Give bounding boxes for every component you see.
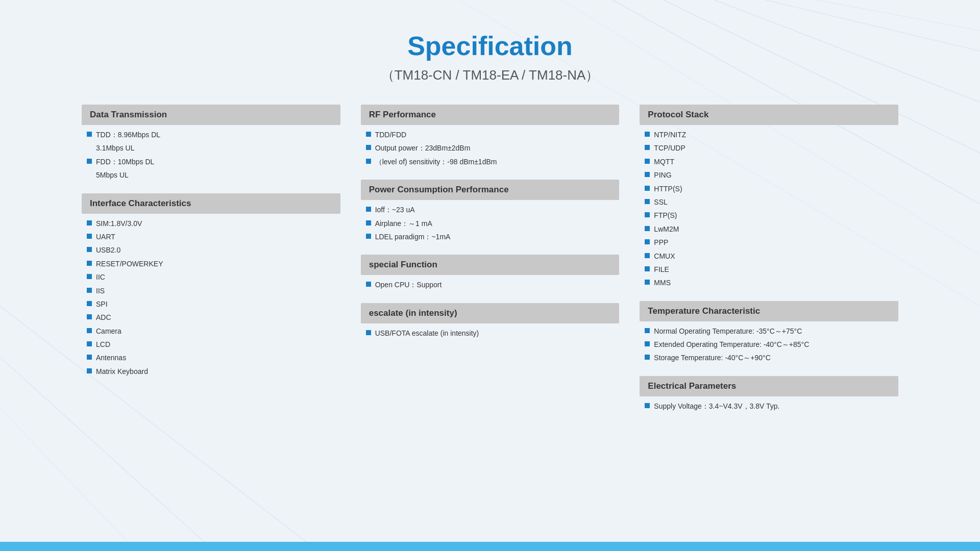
bullet-icon [645,226,650,231]
bullet-icon [87,247,92,252]
bullet-icon [366,132,371,137]
page-content: Specification （TM18-CN / TM18-EA / TM18-… [0,0,980,412]
page-header: Specification （TM18-CN / TM18-EA / TM18-… [82,31,898,84]
list-item: （level of) sensitivity：-98 dBm±1dBm [366,156,620,167]
item-text: ADC [96,312,340,323]
list-item: LwM2M [645,223,898,235]
bullet-icon [366,282,371,287]
item-text: HTTP(S) [654,183,898,194]
item-text: USB/FOTA escalate (in intensity) [375,328,620,339]
section-header-interface-characteristics: Interface Characteristics [82,193,340,214]
list-item: IIS [87,285,340,296]
section-body-special-function: Open CPU：Support [361,275,620,290]
bullet-icon [645,145,650,150]
item-text: IIS [96,285,340,296]
item-text: Extended Operating Temperature: -40°C～+8… [654,339,898,350]
list-item: ADC [87,312,340,323]
item-text: Antennas [96,352,340,363]
item-text: UART [96,231,340,242]
item-text: MQTT [654,156,898,167]
section-protocol-stack: Protocol StackNTP/NITZTCP/UDPMQTTPINGHTT… [640,105,898,289]
section-body-temperature: Normal Operating Temperature: -35°C～+75°… [640,321,898,364]
section-header-power-consumption: Power Consumption Performance [361,180,620,200]
bullet-icon [87,288,92,293]
item-text: Normal Operating Temperature: -35°C～+75°… [654,325,898,337]
column-0: Data TransmissionTDD：8.96Mbps DL3.1Mbps … [82,105,340,412]
section-temperature: Temperature CharacteristicNormal Operati… [640,301,898,364]
bullet-icon [645,266,650,271]
list-item: MMS [645,277,898,288]
section-interface-characteristics: Interface CharacteristicsSIM:1.8V/3.0VUA… [82,193,340,378]
list-item: Camera [87,325,340,337]
item-text: FTP(S) [654,210,898,221]
bullet-icon [645,253,650,258]
item-text: TDD：8.96Mbps DL [96,129,340,140]
bullet-icon [366,330,371,335]
list-item: USB2.0 [87,244,340,256]
item-subtext: 3.1Mbps UL [87,142,340,154]
section-body-power-consumption: Ioff：~23 uAAirplane：～1 mALDEL paradigm：~… [361,200,620,242]
section-header-data-transmission: Data Transmission [82,105,340,125]
item-text: NTP/NITZ [654,129,898,140]
section-header-special-function: special Function [361,255,620,275]
item-text: （level of) sensitivity：-98 dBm±1dBm [375,156,620,167]
bullet-icon [87,220,92,226]
item-subtext: 5Mbps UL [87,169,340,181]
item-text: FDD：10Mbps DL [96,156,340,167]
section-body-escalate: USB/FOTA escalate (in intensity) [361,323,620,339]
list-item: FDD：10Mbps DL [87,156,340,167]
bullet-icon [87,234,92,239]
bullet-icon [87,159,92,164]
section-body-interface-characteristics: SIM:1.8V/3.0VUARTUSB2.0RESET/POWERKEYIIC… [82,214,340,378]
bullet-icon [645,199,650,204]
item-text: CMUX [654,251,898,262]
section-body-electrical: Supply Voltage：3.4~V4.3V，3.8V Typ. [640,396,898,412]
list-item: FILE [645,264,898,275]
bullet-icon [645,172,650,177]
bullet-icon [87,314,92,319]
bullet-icon [87,132,92,137]
item-text: MMS [654,277,898,288]
list-item: Normal Operating Temperature: -35°C～+75°… [645,325,898,337]
list-item: Extended Operating Temperature: -40°C～+8… [645,339,898,350]
list-item: TDD：8.96Mbps DL [87,129,340,140]
section-special-function: special FunctionOpen CPU：Support [361,255,620,290]
bullet-icon [366,145,371,150]
bullet-icon [87,261,92,266]
spec-columns: Data TransmissionTDD：8.96Mbps DL3.1Mbps … [82,105,898,412]
list-item: USB/FOTA escalate (in intensity) [366,328,620,339]
bullet-icon [87,341,92,346]
list-item: NTP/NITZ [645,129,898,140]
list-item: HTTP(S) [645,183,898,194]
list-item: IIC [87,271,340,283]
item-text: Open CPU：Support [375,279,620,290]
item-text: Supply Voltage：3.4~V4.3V，3.8V Typ. [654,400,898,412]
item-text: SPI [96,298,340,310]
column-1: RF PerformanceTDD/FDDOutput power：23dBm±… [361,105,620,412]
item-text: RESET/POWERKEY [96,258,340,269]
item-text: USB2.0 [96,244,340,256]
list-item: TDD/FDD [366,129,620,140]
list-item: UART [87,231,340,242]
section-escalate: escalate (in intensity)USB/FOTA escalate… [361,303,620,339]
item-text: LCD [96,339,340,350]
bullet-icon [366,220,371,226]
list-item: LCD [87,339,340,350]
item-text: SSL [654,196,898,208]
section-power-consumption: Power Consumption PerformanceIoff：~23 uA… [361,180,620,242]
item-text: TCP/UDP [654,142,898,154]
list-item: RESET/POWERKEY [87,258,340,269]
list-item: SIM:1.8V/3.0V [87,218,340,229]
bullet-icon [87,355,92,360]
list-item: Airplane：～1 mA [366,218,620,229]
bullet-icon [645,328,650,333]
bullet-icon [87,274,92,279]
bullet-icon [366,207,371,212]
footer-bar [0,542,980,551]
bullet-icon [645,341,650,346]
section-body-protocol-stack: NTP/NITZTCP/UDPMQTTPINGHTTP(S)SSLFTP(S)L… [640,125,898,289]
section-header-temperature: Temperature Characteristic [640,301,898,321]
bullet-icon [645,355,650,360]
column-2: Protocol StackNTP/NITZTCP/UDPMQTTPINGHTT… [640,105,898,412]
list-item: Storage Temperature: -40°C～+90°C [645,352,898,363]
